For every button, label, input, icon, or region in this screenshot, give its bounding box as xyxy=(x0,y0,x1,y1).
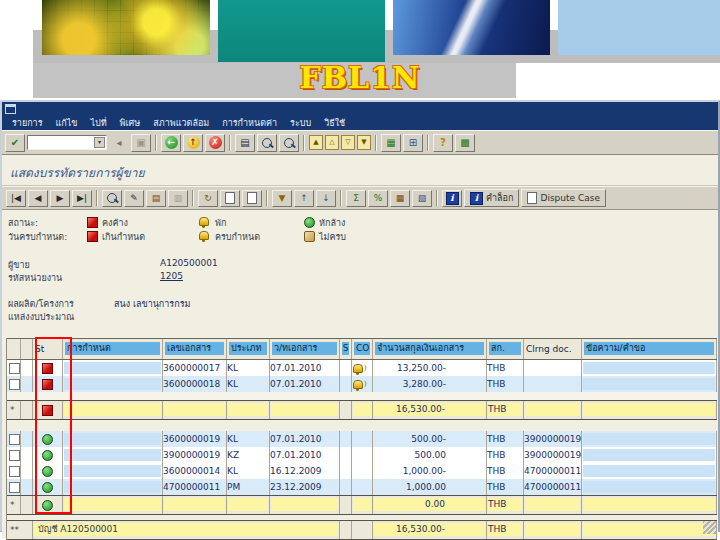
sort-ascending-icon[interactable]: ↑ xyxy=(294,190,314,207)
table-row[interactable]: 3600000019 KL 07.01.2010 500.00- THB 390… xyxy=(7,431,717,447)
menu-item-edit[interactable]: แก้ไข xyxy=(56,116,78,130)
menu-item-system[interactable]: ระบบ xyxy=(290,116,311,130)
text-cell[interactable] xyxy=(582,376,717,392)
currency-cell[interactable]: THB xyxy=(487,447,524,463)
last-page-icon[interactable]: ▼ xyxy=(357,135,371,150)
row-select-cell[interactable] xyxy=(7,447,21,463)
account-total-row[interactable]: ** บัญชี A120500001 16,530.00- THB xyxy=(7,520,717,540)
header-currency[interactable]: สก. xyxy=(487,339,524,359)
assignment-cell[interactable] xyxy=(63,479,163,495)
menu-item-goto[interactable]: ไปที่ xyxy=(90,116,106,130)
row-select-cell[interactable] xyxy=(7,360,21,376)
shortcut-icon[interactable]: ⊞ xyxy=(403,134,423,152)
total-icon[interactable]: Σ xyxy=(346,190,366,207)
amount-cell[interactable]: 1,000.00 xyxy=(373,479,487,495)
subtotal-row-cleared[interactable]: * 0.00 THB xyxy=(7,495,717,515)
header-text[interactable]: ข้อความ/คำขอ xyxy=(582,339,717,359)
text-cell[interactable] xyxy=(582,431,717,447)
subtotal-row-open[interactable]: * 16,530.00- THB xyxy=(7,401,717,420)
text-cell[interactable] xyxy=(582,479,717,495)
document-type-cell[interactable]: KL xyxy=(227,431,270,447)
resize-grip[interactable] xyxy=(703,521,716,534)
header-clearing-doc[interactable]: Clrng doc. xyxy=(524,339,582,359)
currency-cell[interactable]: THB xyxy=(487,376,524,392)
text-cell[interactable] xyxy=(582,463,717,479)
first-page-icon[interactable]: ▲ xyxy=(309,135,323,150)
row-select-cell[interactable] xyxy=(7,376,21,392)
export-icon[interactable]: ▧ xyxy=(412,190,432,207)
menu-item-list[interactable]: รายการ xyxy=(12,116,43,130)
details-icon[interactable] xyxy=(102,190,122,207)
clearing-doc-cell[interactable]: 3900000019 xyxy=(524,447,582,463)
create-session-icon[interactable]: ▦ xyxy=(381,134,401,152)
first-item-icon[interactable]: |◀ xyxy=(6,190,26,207)
menu-item-settings[interactable]: การกำหนดค่า xyxy=(222,116,277,130)
currency-cell[interactable]: THB xyxy=(487,463,524,479)
document-date-cell[interactable]: 07.01.2010 xyxy=(270,447,340,463)
row-select-cell[interactable] xyxy=(7,463,21,479)
document-date-cell[interactable]: 23.12.2009 xyxy=(270,479,340,495)
row-checkbox[interactable] xyxy=(9,363,20,374)
layout-icon[interactable]: ▦ xyxy=(390,190,410,207)
header-assignment[interactable]: การกำหนด xyxy=(63,339,163,359)
assignment-cell[interactable] xyxy=(63,447,163,463)
exit-icon[interactable]: ↑ xyxy=(183,134,203,152)
menu-item-extras[interactable]: พิเศษ xyxy=(120,116,141,130)
document-date-cell[interactable]: 07.01.2010 xyxy=(270,431,340,447)
row-checkbox[interactable] xyxy=(9,379,20,390)
row-checkbox[interactable] xyxy=(9,482,20,493)
find-next-icon[interactable] xyxy=(279,134,299,152)
print-icon[interactable]: ▤ xyxy=(235,134,255,152)
command-collapse-icon[interactable]: ◂ xyxy=(109,134,129,152)
enter-button[interactable]: ✔ xyxy=(5,134,25,152)
clearing-doc-cell[interactable]: 4700000011 xyxy=(524,463,582,479)
help-icon[interactable]: ? xyxy=(433,134,453,152)
table-row[interactable]: 3600000017 KL 07.01.2010 ) 13,250.00- TH… xyxy=(7,360,717,376)
assignment-cell[interactable] xyxy=(63,376,163,392)
document-number-cell[interactable]: 3600000018 xyxy=(163,376,227,392)
amount-cell[interactable]: 500.00 xyxy=(373,447,487,463)
display-icon[interactable]: ▥ xyxy=(168,190,188,207)
find-icon[interactable] xyxy=(257,134,277,152)
lock-button[interactable]: i คำล็อก xyxy=(464,189,519,207)
document-overview-icon[interactable] xyxy=(220,190,240,207)
attachment-icon[interactable] xyxy=(242,190,262,207)
menu-item-environment[interactable]: สภาพแวดล้อม xyxy=(153,116,209,130)
dispute-case-button[interactable]: Dispute Case xyxy=(521,189,606,207)
environment-icon[interactable]: ↻ xyxy=(198,190,218,207)
menu-item-help[interactable]: วิธีใช้ xyxy=(324,116,345,130)
text-cell[interactable] xyxy=(582,360,717,376)
save-icon[interactable]: ▣ xyxy=(131,134,151,152)
assignment-cell[interactable] xyxy=(63,360,163,376)
row-checkbox[interactable] xyxy=(9,450,20,461)
customize-icon[interactable]: ▩ xyxy=(455,134,475,152)
header-document-type[interactable]: ประเภท xyxy=(227,339,270,359)
document-type-cell[interactable]: PM xyxy=(227,479,270,495)
cancel-icon[interactable]: ✗ xyxy=(205,134,225,152)
header-amount[interactable]: จำนวนสกุลเงินเอกสาร xyxy=(373,339,487,359)
command-history-icon[interactable]: ▾ xyxy=(94,137,105,148)
assignment-cell[interactable] xyxy=(63,431,163,447)
window-restore-icon[interactable] xyxy=(5,104,16,114)
amount-cell[interactable]: 500.00- xyxy=(373,431,487,447)
clearing-doc-cell[interactable] xyxy=(524,376,582,392)
table-row[interactable]: 4700000011 PM 23.12.2009 1,000.00 THB 47… xyxy=(7,479,717,495)
clearing-doc-cell[interactable] xyxy=(524,360,582,376)
filter-icon[interactable]: ▼ xyxy=(272,190,292,207)
clearing-doc-cell[interactable]: 4700000011 xyxy=(524,479,582,495)
document-type-cell[interactable]: KL xyxy=(227,376,270,392)
window-titlebar[interactable] xyxy=(2,102,718,115)
table-row[interactable]: 3600000018 KL 07.01.2010 ) 3,280.00- THB xyxy=(7,376,717,392)
row-select-cell[interactable] xyxy=(7,431,21,447)
document-date-cell[interactable]: 16.12.2009 xyxy=(270,463,340,479)
clearing-doc-cell[interactable]: 3900000019 xyxy=(524,431,582,447)
change-document-icon[interactable]: ✎ xyxy=(124,190,144,207)
document-number-cell[interactable]: 3600000019 xyxy=(163,431,227,447)
subtotal-icon[interactable]: % xyxy=(368,190,388,207)
sort-descending-icon[interactable]: ↓ xyxy=(316,190,336,207)
info-icon[interactable]: i xyxy=(442,190,462,207)
previous-page-icon[interactable]: △ xyxy=(325,135,339,150)
document-date-cell[interactable]: 07.01.2010 xyxy=(270,376,340,392)
row-checkbox[interactable] xyxy=(9,434,20,445)
header-document-date[interactable]: ว/ทเอกสาร xyxy=(270,339,340,359)
